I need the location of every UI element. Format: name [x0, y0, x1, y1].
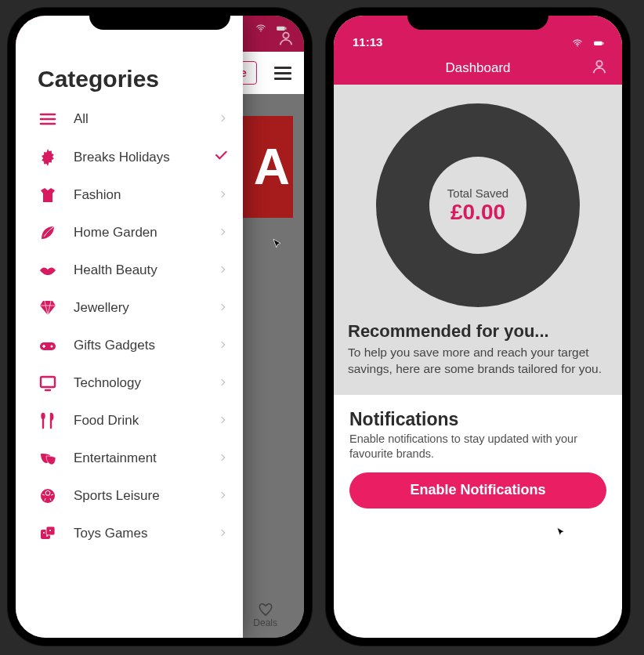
notifications-body: Enable notifications to stay updated wit…: [349, 432, 606, 461]
chevron-right-icon: [218, 451, 229, 467]
category-item[interactable]: Home Garden: [16, 214, 243, 252]
cursor-icon: [271, 237, 285, 252]
gamepad-icon: [36, 336, 60, 355]
cursor-icon: [555, 525, 569, 541]
heart-icon: [257, 600, 274, 617]
chevron-right-icon: [218, 413, 229, 429]
hamburger-icon[interactable]: [274, 67, 291, 80]
battery-icon: [589, 38, 608, 49]
recommended-body: To help you save more and reach your tar…: [348, 345, 608, 378]
notch: [407, 8, 548, 30]
wifi-icon: [570, 38, 584, 49]
notifications-title: Notifications: [349, 409, 606, 430]
status-time: 11:13: [353, 35, 382, 49]
category-label: All: [74, 111, 204, 127]
phone-right: 11:13 Dashboard Total Saved £0.00 Recomm…: [326, 8, 630, 646]
football-icon: [36, 487, 60, 505]
category-item[interactable]: Sports Leisure: [16, 477, 243, 515]
category-label: Jewellery: [74, 300, 204, 316]
lips-icon: [36, 261, 60, 280]
category-item[interactable]: Health Beauty: [16, 252, 243, 289]
chevron-right-icon: [218, 262, 229, 279]
category-list: AllBreaks HolidaysFashionHome GardenHeal…: [16, 100, 243, 552]
header-title: Dashboard: [445, 60, 510, 76]
enable-button-label: Enable Notifications: [410, 482, 545, 498]
category-label: Breaks Holidays: [74, 150, 199, 165]
wifi-icon: [254, 23, 268, 34]
chevron-right-icon: [218, 187, 229, 204]
category-item[interactable]: Food Drink: [16, 402, 243, 440]
category-item[interactable]: Jewellery: [16, 289, 243, 327]
chevron-right-icon: [218, 300, 229, 317]
category-item[interactable]: Toys Games: [16, 515, 243, 552]
dashboard-summary: Total Saved £0.00 Recommended for you...…: [334, 85, 622, 395]
chevron-right-icon: [218, 488, 229, 505]
category-item[interactable]: All: [16, 100, 243, 138]
dice-icon: [36, 524, 60, 543]
savings-donut: Total Saved £0.00: [376, 103, 580, 307]
battery-icon: [273, 23, 290, 34]
utensils-icon: [36, 411, 60, 430]
total-saved-value: £0.00: [450, 200, 505, 225]
drawer-title: Categories: [16, 66, 243, 100]
category-label: Fashion: [74, 187, 204, 203]
category-item[interactable]: Fashion: [16, 176, 243, 214]
monitor-icon: [36, 374, 60, 393]
category-label: Sports Leisure: [74, 488, 204, 504]
check-icon: [213, 147, 229, 167]
chevron-right-icon: [218, 111, 229, 128]
leaf-icon: [36, 223, 60, 242]
user-icon[interactable]: [591, 58, 608, 75]
category-item[interactable]: Gifts Gadgets: [16, 327, 243, 364]
category-label: Home Garden: [74, 225, 204, 241]
shirt-icon: [36, 186, 60, 204]
total-saved-label: Total Saved: [447, 186, 508, 200]
deals-tab[interactable]: Deals: [253, 600, 277, 628]
app-header: Dashboard: [334, 52, 622, 85]
deals-label: Deals: [253, 617, 277, 628]
category-label: Technology: [74, 375, 204, 391]
recommended-title: Recommended for you...: [348, 321, 608, 342]
chevron-right-icon: [218, 225, 229, 241]
enable-notifications-button[interactable]: Enable Notifications: [349, 472, 606, 508]
category-label: Toys Games: [74, 526, 204, 541]
category-label: Gifts Gadgets: [74, 338, 204, 353]
category-label: Health Beauty: [74, 262, 204, 278]
gear-icon: [36, 148, 60, 167]
home-indicator[interactable]: [431, 638, 525, 641]
chevron-right-icon: [218, 338, 229, 354]
chevron-right-icon: [218, 375, 229, 392]
category-item[interactable]: Entertainment: [16, 440, 243, 477]
category-item[interactable]: Breaks Holidays: [16, 138, 243, 176]
home-indicator[interactable]: [113, 638, 207, 641]
phone-left: Store A d Deals Categories AllBreaks Hol…: [8, 8, 312, 646]
category-item[interactable]: Technology: [16, 364, 243, 402]
promo-letter: A: [254, 138, 290, 196]
masks-icon: [36, 449, 60, 468]
gem-icon: [36, 299, 60, 317]
category-label: Entertainment: [74, 451, 204, 466]
category-label: Food Drink: [74, 413, 204, 429]
notch: [89, 8, 230, 30]
status-bar: [254, 23, 290, 34]
categories-drawer: Categories AllBreaks HolidaysFashionHome…: [16, 16, 243, 638]
notifications-card: Notifications Enable notifications to st…: [334, 395, 622, 529]
chevron-right-icon: [218, 526, 229, 542]
menu-icon: [36, 110, 60, 128]
